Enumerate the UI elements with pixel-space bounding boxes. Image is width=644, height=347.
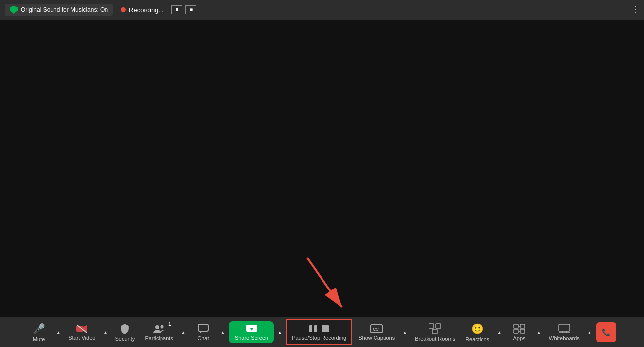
- mute-label: Mute: [33, 336, 45, 342]
- share-screen-button[interactable]: Share Screen: [229, 321, 274, 343]
- chat-label: Chat: [197, 335, 209, 341]
- chat-group: Chat ▲: [188, 317, 228, 347]
- reactions-group: 🙂 Reactions ▲: [460, 317, 504, 347]
- start-video-button[interactable]: Start Video: [63, 317, 100, 347]
- chat-chevron[interactable]: ▲: [218, 317, 228, 347]
- svg-rect-24: [559, 324, 570, 331]
- svg-point-6: [161, 325, 164, 328]
- svg-text:CC: CC: [373, 327, 379, 332]
- security-button[interactable]: Security: [110, 317, 140, 347]
- reactions-chevron[interactable]: ▲: [494, 317, 504, 347]
- svg-rect-23: [520, 329, 525, 333]
- mute-button[interactable]: 🎤 Mute: [24, 317, 54, 347]
- svg-rect-22: [514, 329, 518, 333]
- shield-icon: [10, 6, 18, 14]
- mic-icon: 🎤: [33, 323, 45, 335]
- pause-icon: ⏸: [175, 7, 179, 12]
- whiteboards-icon: [558, 324, 570, 334]
- original-sound-badge[interactable]: Original Sound for Musicians: On: [5, 4, 113, 16]
- security-shield-icon: [119, 323, 130, 334]
- svg-rect-15: [429, 324, 434, 328]
- start-video-label: Start Video: [68, 335, 95, 341]
- pause-stop-recording-button[interactable]: Pause/Stop Recording: [287, 317, 351, 347]
- mute-group: 🎤 Mute ▲: [24, 317, 63, 347]
- participants-button[interactable]: 1 Participants: [140, 317, 178, 347]
- pause-stop-recording-group: Pause/Stop Recording: [286, 319, 352, 345]
- participants-count: 1: [168, 321, 171, 327]
- svg-rect-7: [198, 324, 208, 331]
- chat-button[interactable]: Chat: [188, 317, 218, 347]
- chat-icon: [198, 324, 209, 334]
- svg-rect-18: [514, 324, 518, 328]
- stop-recording-icon: [321, 324, 330, 333]
- show-captions-button[interactable]: CC Show Captions: [353, 317, 400, 347]
- svg-rect-17: [432, 329, 437, 334]
- breakout-rooms-icon: [429, 323, 441, 334]
- end-meeting-button[interactable]: 📞: [596, 322, 616, 342]
- svg-rect-11: [314, 325, 317, 332]
- more-options-button[interactable]: ⋮: [631, 5, 639, 14]
- reactions-label: Reactions: [465, 336, 489, 342]
- svg-rect-16: [436, 324, 441, 328]
- recording-label: Recording...: [129, 6, 163, 14]
- top-bar: Original Sound for Musicians: On Recordi…: [0, 0, 644, 20]
- participants-icon: [153, 324, 165, 334]
- apps-chevron[interactable]: ▲: [534, 317, 544, 347]
- pause-recording-button[interactable]: ⏸: [171, 5, 182, 14]
- share-screen-label: Share Screen: [235, 335, 268, 341]
- start-video-group: Start Video ▲: [63, 317, 110, 347]
- show-captions-group: CC Show Captions ▲: [353, 317, 410, 347]
- whiteboards-chevron[interactable]: ▲: [585, 317, 594, 347]
- video-chevron[interactable]: ▲: [100, 317, 110, 347]
- breakout-rooms-label: Breakout Rooms: [415, 336, 455, 342]
- pause-stop-icons: [308, 324, 330, 333]
- pause-stop-recording-label: Pause/Stop Recording: [292, 335, 346, 341]
- mute-chevron[interactable]: ▲: [54, 317, 63, 347]
- bottom-toolbar: 🎤 Mute ▲ Start Video ▲ Security: [0, 317, 644, 347]
- recording-dot-icon: [121, 7, 126, 12]
- recording-badge: Recording...: [121, 6, 163, 14]
- svg-rect-10: [309, 325, 312, 332]
- share-screen-icon: [246, 324, 258, 333]
- whiteboards-group: Whiteboards ▲: [544, 317, 594, 347]
- captions-chevron[interactable]: ▲: [400, 317, 410, 347]
- pause-recording-icon: [308, 324, 318, 333]
- video-off-icon: [76, 324, 88, 333]
- whiteboards-label: Whiteboards: [549, 335, 580, 341]
- apps-group: Apps ▲: [504, 317, 544, 347]
- end-meeting-icon: 📞: [602, 328, 610, 336]
- apps-button[interactable]: Apps: [504, 317, 534, 347]
- participants-label: Participants: [145, 335, 173, 341]
- svg-rect-19: [520, 324, 525, 328]
- breakout-rooms-button[interactable]: Breakout Rooms: [410, 317, 460, 347]
- main-content: [0, 20, 644, 317]
- security-label: Security: [115, 336, 135, 342]
- stop-recording-button[interactable]: ⏹: [185, 5, 196, 14]
- captions-icon: CC: [370, 324, 383, 333]
- share-screen-chevron[interactable]: ▲: [275, 317, 285, 347]
- stop-icon: ⏹: [189, 7, 193, 12]
- svg-point-5: [155, 325, 159, 329]
- whiteboards-button[interactable]: Whiteboards: [544, 317, 585, 347]
- participants-chevron[interactable]: ▲: [178, 317, 188, 347]
- breakout-rooms-group: Breakout Rooms: [410, 317, 460, 347]
- participants-group: 1 Participants ▲: [140, 317, 188, 347]
- apps-icon: [513, 324, 525, 334]
- apps-label: Apps: [513, 335, 526, 341]
- recording-controls: ⏸ ⏹: [171, 5, 196, 14]
- show-captions-label: Show Captions: [358, 335, 395, 341]
- reactions-button[interactable]: 🙂 Reactions: [460, 317, 494, 347]
- reactions-icon: 🙂: [471, 323, 483, 335]
- svg-rect-12: [322, 325, 329, 332]
- original-sound-label: Original Sound for Musicians: On: [21, 6, 108, 13]
- share-screen-group: Share Screen ▲: [228, 317, 285, 347]
- security-group: Security: [110, 317, 140, 347]
